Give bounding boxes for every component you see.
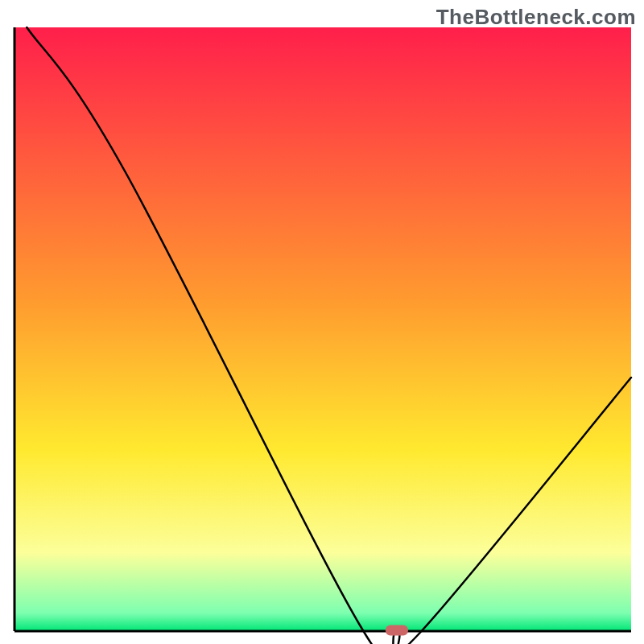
chart-svg (0, 0, 644, 644)
optimal-point-marker (386, 625, 408, 636)
svg-rect-0 (14, 27, 631, 631)
watermark-text: TheBottleneck.com (436, 5, 636, 30)
bottleneck-chart: TheBottleneck.com (0, 0, 644, 644)
